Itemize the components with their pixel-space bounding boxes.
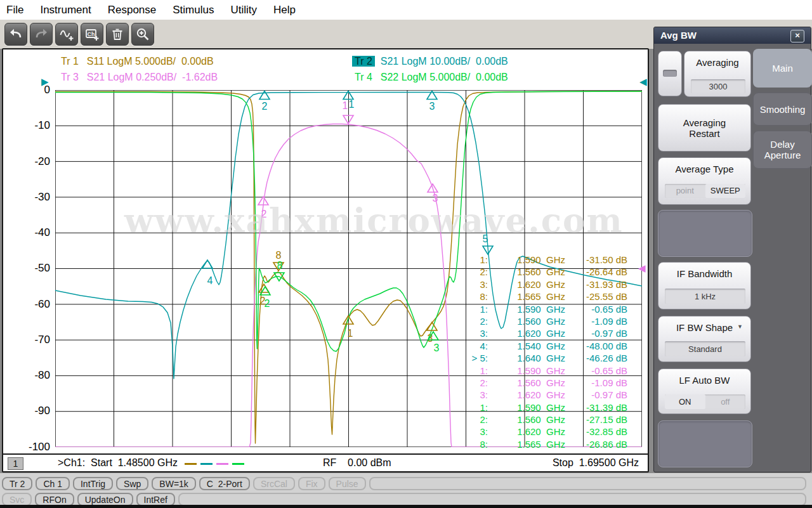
trace-tag[interactable]: Tr 2 [352,56,375,67]
marker-number: 8: [469,290,488,303]
marker-value: -25.55 dB [565,290,627,303]
marker-number: 1: [469,254,488,266]
status-inttrig[interactable]: IntTrig [73,477,113,490]
marker-value: -0.65 dB [565,303,627,315]
redo-icon [34,27,49,42]
add-channel-button[interactable]: Ch [81,23,103,46]
trace-label-tr3[interactable]: Tr 3 S21 LogM 0.250dB/ -1.62dB [58,72,218,83]
panel-title[interactable]: Avg BW [654,27,811,44]
status-row-1: Tr 2Ch 1IntTrigSwpBW=1kC 2-PortSrcCalFix… [2,477,810,490]
if-bw-shape-value-field[interactable]: Standard [665,341,745,356]
if-bandwidth-value-field[interactable]: 1 kHz [665,289,745,304]
marker-value: -31.39 dB [565,401,627,414]
marker-frequency: 1.565 GHz [488,438,565,450]
delete-button[interactable] [106,23,129,46]
tr2-ref-level-arrow-right-icon[interactable]: ◀ [639,77,647,86]
status-c-2-port[interactable]: C 2-Port [199,477,250,490]
trace-label-tr2[interactable]: Tr 2 S21 LogM 10.00dB/ 0.00dB [352,56,508,67]
marker-readout-row: 3:1.620 GHz-0.97 dB [469,389,627,401]
tr3-ref-level-arrow-icon[interactable]: ◀ [638,264,646,273]
add-trace-button[interactable] [55,23,78,46]
marker-1-label: 1 [348,328,353,339]
marker-number: 2: [469,315,488,327]
trace-color-dash-magenta [216,463,228,465]
trace-label-tr1[interactable]: Tr 1 S11 LogM 5.000dB/ 0.00dB [58,56,214,67]
status-ch-1[interactable]: Ch 1 [36,477,70,490]
vna-application: FileInstrumentResponseStimulusUtilityHel… [0,0,812,508]
tab-delay-aperture[interactable]: Delay Aperture [753,131,812,169]
marker-frequency: 1.540 GHz [488,340,565,352]
lf-auto-bw-on-option[interactable]: ON [665,394,705,409]
marker-readout-row: 1:1.590 GHz-31.39 dB [469,401,627,414]
channel-number-badge[interactable]: 1 [8,457,23,470]
lf-auto-bw-button[interactable]: LF Auto BW ON off [658,368,751,414]
marker-1-label: 1 [349,99,355,110]
marker-2-label: 2 [265,298,270,309]
trace-tag[interactable]: Tr 4 [352,72,375,82]
status-tr-2[interactable]: Tr 2 [2,477,32,490]
plot-window: Tr 1 S11 LogM 5.000dB/ 0.00dBTr 2 S21 Lo… [2,48,649,472]
status-row-2: SvcRFOnUpdateOnIntRef [2,493,810,506]
lf-auto-bw-segmented[interactable]: ON off [665,394,745,409]
averaging-value-field[interactable]: 3000 [691,79,745,93]
marker-number: > 5: [469,352,488,364]
tr2-ref-level-arrow-icon[interactable]: ▶ [41,77,49,86]
status-swp[interactable]: Swp [116,477,148,490]
status-svc: Svc [2,493,32,506]
status-bw-1k[interactable]: BW=1k [152,477,196,490]
status-intref[interactable]: IntRef [136,493,175,506]
menu-file[interactable]: File [6,4,23,16]
marker-value: -32.85 dB [565,426,627,438]
svg-text:Ch: Ch [88,31,95,37]
marker-3-label: 3 [429,101,435,112]
menu-stimulus[interactable]: Stimulus [173,4,214,16]
marker-readout-row: 1:1.590 GHz-31.50 dB [469,254,627,266]
marker-frequency: 1.560 GHz [488,414,565,426]
average-type-point-option[interactable]: point [665,184,705,198]
channel-stop-frequency[interactable]: Stop 1.69500 GHz [553,457,639,469]
status-updateon[interactable]: UpdateOn [77,493,133,506]
menu-response[interactable]: Response [108,4,157,16]
marker-2-label: 2 [261,209,267,219]
undo-button[interactable] [4,23,27,46]
channel-add-icon: Ch [84,27,100,42]
if-bw-shape-button[interactable]: IF BW Shape ▼ Standard [658,316,751,362]
redo-button [30,23,53,46]
trace-tag[interactable]: Tr 1 [58,56,81,67]
average-type-segmented[interactable]: point SWEEP [665,184,745,198]
marker-value: -0.65 dB [565,365,627,377]
status-bar-area: Tr 2Ch 1IntTrigSwpBW=1kC 2-PortSrcCalFix… [0,473,812,505]
averaging-restart-button[interactable]: Averaging Restart [658,104,751,152]
if-bandwidth-button[interactable]: IF Bandwidth 1 kHz [658,262,751,309]
bottom-divider [0,505,812,508]
tab-main[interactable]: Main [753,49,812,88]
marker-frequency: 1.620 GHz [488,327,565,339]
average-type-button[interactable]: Average Type point SWEEP [658,157,751,205]
averaging-label: Averaging [684,57,750,68]
zoom-button[interactable] [131,23,154,46]
tab-smoothing[interactable]: Smoothing [753,93,812,126]
marker-number: 2: [469,414,488,426]
marker-number: 2: [469,377,488,389]
status-rfon[interactable]: RFOn [35,493,74,506]
rf-power-readout[interactable]: RF 0.00 dBm [323,457,391,469]
channel-start-frequency[interactable]: >Ch1: Start 1.48500 GHz [58,457,178,469]
menu-utility[interactable]: Utility [230,4,257,16]
averaging-toggle-button[interactable] [658,51,682,96]
marker-value: -1.09 dB [565,315,627,327]
menu-instrument[interactable]: Instrument [40,4,91,16]
averaging-button[interactable]: Averaging 3000 [684,51,751,97]
marker-value: -46.26 dB [565,352,627,364]
average-type-sweep-option[interactable]: SWEEP [705,184,746,198]
status-empty-slot [369,477,806,490]
lf-auto-bw-off-option[interactable]: off [705,394,746,409]
close-icon[interactable]: × [790,30,804,42]
trace-label-tr4[interactable]: Tr 4 S22 LogM 5.000dB/ 0.00dB [352,72,508,83]
y-tick--10: -10 [6,119,50,132]
marker-2-glyph-teal[interactable] [259,91,270,100]
trace-tag[interactable]: Tr 3 [58,72,81,82]
marker-number: 8: [469,438,488,450]
marker-2-label: 2 [262,101,268,112]
menu-help[interactable]: Help [273,4,296,16]
trace-format-text: S21 LogM 0.250dB/ -1.62dB [81,72,218,82]
